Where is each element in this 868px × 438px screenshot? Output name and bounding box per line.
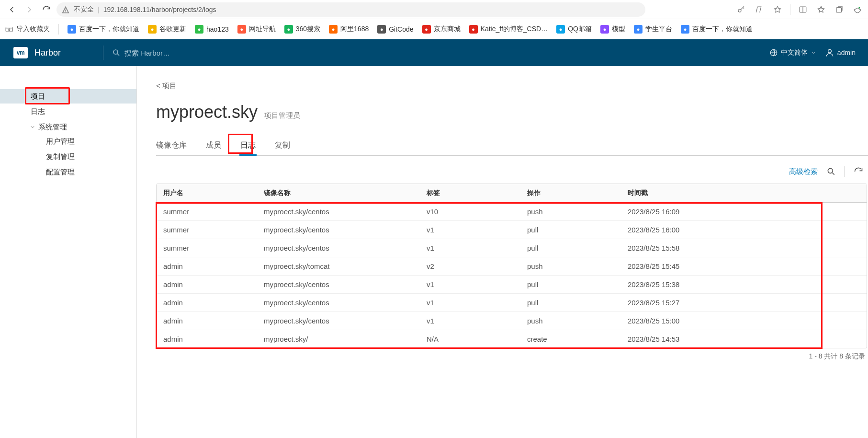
read-aloud-icon[interactable]	[754, 4, 765, 15]
performance-icon[interactable]	[852, 4, 863, 15]
app-body: 项目 日志 系统管理 用户管理 复制管理 配置管理 < 项目 myproect.…	[0, 66, 868, 438]
th-time[interactable]: 时间戳	[621, 184, 867, 203]
bookmark-label: Katie_ff的博客_CSD…	[481, 25, 548, 34]
bookmark-item[interactable]: ●学生平台	[634, 25, 672, 34]
cell-op: push	[520, 203, 621, 221]
header-right: 中文简体 admin	[769, 48, 868, 58]
forward-button[interactable]	[22, 2, 36, 17]
user-icon	[825, 48, 834, 58]
back-button[interactable]	[5, 2, 19, 17]
bookmark-icon: ●	[68, 25, 76, 34]
bookmark-item[interactable]: ●谷歌更新	[148, 25, 186, 34]
browser-bar: 不安全 | 192.168.198.11/harbor/projects/2/l…	[0, 0, 868, 19]
sidebar-item-sysadmin[interactable]: 系统管理	[0, 120, 136, 134]
sidebar-item-replication[interactable]: 复制管理	[0, 150, 136, 164]
project-tabs: 镜像仓库 成员 日志 复制	[156, 138, 868, 156]
cell-tag: v1	[420, 239, 520, 257]
th-op[interactable]: 操作	[520, 184, 621, 203]
bookmark-icon: ●	[600, 25, 609, 34]
cell-op: push	[520, 257, 621, 276]
table-row: admin myproect.sky/centos v1 push 2023/8…	[157, 312, 867, 330]
bookmark-label: 模型	[612, 25, 625, 34]
bookmark-icon: ●	[422, 25, 431, 34]
tab-replication[interactable]: 复制	[275, 138, 290, 155]
bookmark-icon: ●	[634, 25, 643, 34]
sidebar-item-label: 用户管理	[46, 137, 75, 146]
svg-rect-2	[836, 7, 842, 12]
cell-image: myproect.sky/	[257, 330, 420, 348]
bookmarks-import[interactable]: 导入收藏夹	[5, 25, 50, 34]
favorites-icon[interactable]	[815, 4, 827, 15]
toolbar-sep	[790, 4, 790, 15]
refresh-button[interactable]	[854, 167, 863, 176]
cell-op: pull	[520, 294, 621, 312]
cell-tag: N/A	[420, 330, 520, 348]
th-tag[interactable]: 标签	[420, 184, 520, 203]
th-user[interactable]: 用户名	[157, 184, 257, 203]
arrow-right-icon	[25, 5, 34, 14]
brand[interactable]: vm Harbor	[0, 47, 103, 58]
bookmark-item[interactable]: ●京东商城	[422, 25, 461, 34]
cell-user: summer	[157, 221, 257, 239]
header-search[interactable]	[112, 48, 268, 57]
content: < 项目 myproect.sky 项目管理员 镜像仓库 成员 日志 复制 此处…	[137, 66, 868, 438]
bookmark-label: 网址导航	[249, 25, 276, 34]
title-row: myproect.sky 项目管理员	[156, 102, 868, 122]
chevron-down-icon	[30, 124, 35, 130]
sidebar-item-logs[interactable]: 日志	[0, 104, 136, 119]
advanced-search-link[interactable]: 高级检索	[789, 167, 818, 176]
cell-time: 2023/8/25 16:00	[621, 221, 867, 239]
bookmark-item[interactable]: ●阿里1688	[329, 25, 369, 34]
bookmark-item[interactable]: ●网址导航	[237, 25, 276, 34]
tab-logs[interactable]: 日志	[240, 138, 256, 155]
folder-import-icon	[5, 25, 13, 34]
svg-point-5	[113, 50, 118, 54]
table-row: summer myproect.sky/centos v1 pull 2023/…	[157, 239, 867, 257]
sidebar-item-projects[interactable]: 项目	[0, 89, 136, 104]
header-divider	[103, 46, 103, 60]
table-row: summer myproect.sky/centos v10 push 2023…	[157, 203, 867, 221]
language-label: 中文简体	[781, 48, 808, 57]
bookmark-icon: ●	[237, 25, 246, 34]
cell-time: 2023/8/25 15:58	[621, 239, 867, 257]
bookmark-item[interactable]: ●百度一下，你就知道	[681, 25, 753, 34]
cell-user: admin	[157, 257, 257, 276]
bookmark-item[interactable]: ●GitCode	[377, 25, 413, 34]
split-screen-icon[interactable]	[797, 4, 809, 15]
bookmark-icon: ●	[469, 25, 478, 34]
bookmark-item[interactable]: ●QQ邮箱	[556, 25, 592, 34]
insecure-label: 不安全	[74, 5, 94, 14]
refresh-button[interactable]	[39, 2, 54, 17]
breadcrumb[interactable]: < 项目	[156, 81, 868, 91]
insecure-icon	[61, 5, 70, 14]
bookmark-item[interactable]: ●百度一下，你就知道	[68, 25, 139, 34]
language-switch[interactable]: 中文简体	[769, 48, 816, 57]
bookmark-item[interactable]: ●模型	[600, 25, 625, 34]
tab-repositories[interactable]: 镜像仓库	[156, 138, 187, 155]
address-bar[interactable]: 不安全 | 192.168.198.11/harbor/projects/2/l…	[56, 2, 645, 17]
bookmark-icon: ●	[284, 25, 293, 34]
key-icon[interactable]	[735, 4, 747, 15]
cell-time: 2023/8/25 15:27	[621, 294, 867, 312]
pagination-summary: 1 - 8 共计 8 条记录	[156, 348, 868, 361]
bookmark-item[interactable]: ●Katie_ff的博客_CSD…	[469, 25, 548, 34]
sidebar-item-user-mgmt[interactable]: 用户管理	[0, 134, 136, 149]
cell-tag: v1	[420, 312, 520, 330]
cell-op: pull	[520, 239, 621, 257]
cell-op: pull	[520, 276, 621, 294]
star-icon[interactable]	[772, 4, 783, 15]
cell-tag: v10	[420, 203, 520, 221]
search-button[interactable]	[826, 167, 836, 176]
search-input[interactable]	[124, 49, 268, 57]
th-image[interactable]: 镜像名称	[257, 184, 420, 203]
bookmark-item[interactable]: ●360搜索	[284, 25, 320, 34]
sidebar-item-label: 日志	[31, 107, 45, 116]
bookmark-icon: ●	[681, 25, 689, 34]
bookmark-icon: ●	[148, 25, 157, 34]
sidebar-item-config[interactable]: 配置管理	[0, 165, 136, 179]
tab-members[interactable]: 成员	[206, 138, 221, 155]
user-menu[interactable]: admin	[825, 48, 856, 58]
collections-icon[interactable]	[834, 4, 845, 15]
cell-time: 2023/8/25 15:45	[621, 257, 867, 276]
bookmark-item[interactable]: ●hao123	[195, 25, 229, 34]
